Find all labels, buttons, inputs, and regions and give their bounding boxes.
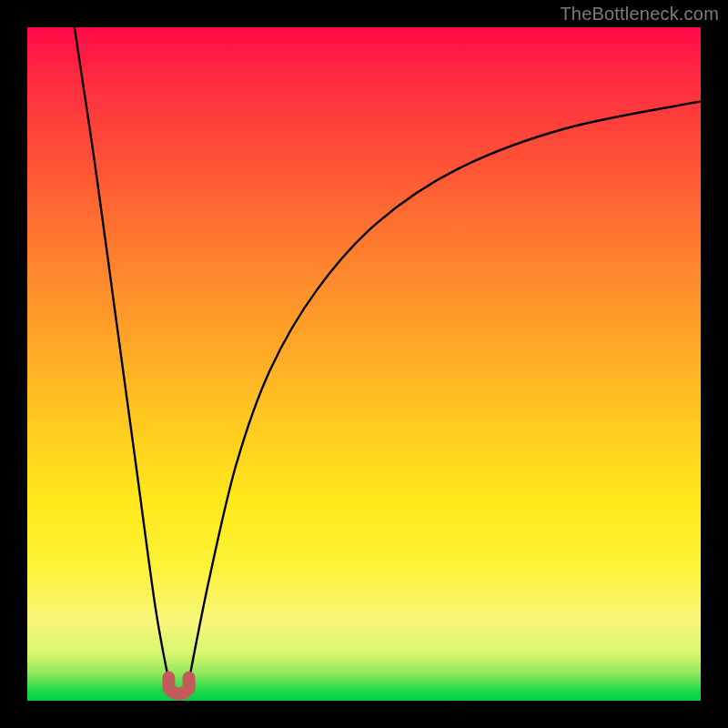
chart-plot-area: [27, 27, 701, 701]
watermark-text: TheBottleneck.com: [560, 4, 719, 25]
curve-left-branch: [75, 27, 169, 681]
chart-frame: TheBottleneck.com: [0, 0, 728, 728]
minimum-marker: [168, 678, 188, 694]
curves-svg: [27, 27, 701, 701]
curve-right-branch: [189, 101, 701, 680]
